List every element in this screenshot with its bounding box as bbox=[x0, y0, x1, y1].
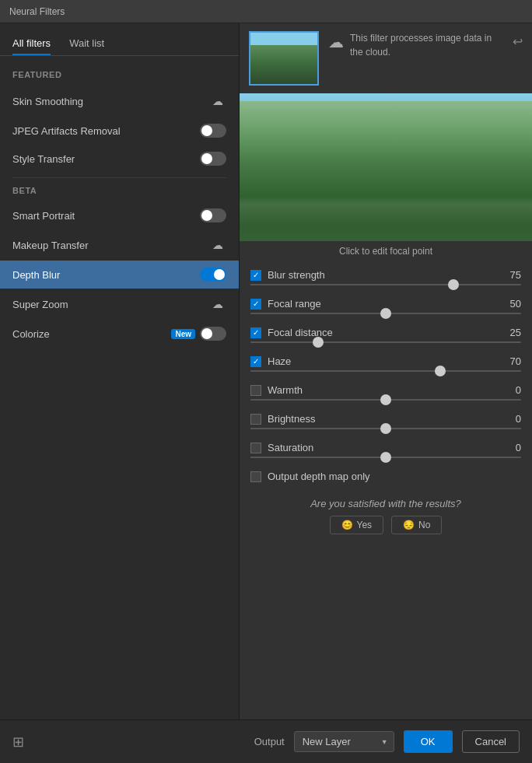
badge-new-colorize: New bbox=[171, 329, 195, 339]
filter-item-jpeg-artifacts[interactable]: JPEG Artifacts Removal bbox=[0, 117, 239, 145]
section-beta-label: BETA bbox=[0, 183, 239, 201]
tabs-bar: All filters Wait list bbox=[0, 23, 239, 56]
tab-wait-list[interactable]: Wait list bbox=[69, 31, 104, 55]
filter-item-depth-blur[interactable]: Depth Blur bbox=[0, 261, 239, 289]
filter-name-style-transfer: Style Transfer bbox=[12, 153, 200, 165]
title-text: Neural Filters bbox=[9, 6, 65, 17]
cloud-upload-icon: ☁ bbox=[209, 93, 226, 110]
checkbox-focal-distance[interactable] bbox=[250, 327, 261, 338]
section-featured-label: FEATURED bbox=[0, 67, 239, 86]
section-divider bbox=[12, 177, 226, 178]
filter-name-smart-portrait: Smart Portrait bbox=[12, 210, 200, 222]
slider-blur-strength[interactable] bbox=[250, 284, 521, 285]
toggle-depth-blur[interactable] bbox=[200, 268, 226, 282]
cancel-button[interactable]: Cancel bbox=[462, 730, 520, 753]
feedback-text: Are you satisfied with the results? bbox=[240, 498, 532, 509]
control-brightness: Brightness 0 bbox=[240, 408, 532, 437]
control-warmth: Warmth 0 bbox=[240, 380, 532, 408]
slider-fill-haze bbox=[250, 370, 440, 372]
filter-item-smart-portrait[interactable]: Smart Portrait bbox=[0, 201, 239, 229]
cloud-upload-icon-2: ☁ bbox=[209, 236, 226, 254]
checkbox-haze[interactable] bbox=[250, 356, 261, 367]
thumbnail-image bbox=[249, 31, 319, 86]
toggle-style-transfer[interactable] bbox=[200, 152, 226, 166]
slider-thumb-focal-range[interactable] bbox=[380, 308, 391, 319]
panel-toggle-icon[interactable]: ⊞ bbox=[12, 733, 24, 751]
toggle-smart-portrait[interactable] bbox=[200, 208, 226, 222]
value-blur-strength: 75 bbox=[498, 269, 521, 281]
left-panel: All filters Wait list FEATURED Skin Smoo… bbox=[0, 23, 240, 719]
checkbox-blur-strength[interactable] bbox=[250, 270, 261, 281]
slider-thumb-haze[interactable] bbox=[435, 366, 446, 376]
bottom-bar: ⊞ Output New Layer Current Layer New Doc… bbox=[0, 719, 532, 763]
value-saturation: 0 bbox=[498, 442, 521, 453]
filter-name-jpeg-artifacts: JPEG Artifacts Removal bbox=[12, 125, 200, 137]
slider-haze[interactable] bbox=[250, 370, 521, 372]
cloud-icon: ☁ bbox=[328, 33, 344, 51]
checkbox-saturation[interactable] bbox=[250, 443, 261, 453]
back-icon[interactable]: ↩ bbox=[513, 34, 523, 49]
tab-all-filters[interactable]: All filters bbox=[12, 31, 51, 55]
slider-fill-brightness bbox=[250, 428, 386, 429]
control-haze: Haze 70 bbox=[240, 351, 532, 380]
slider-warmth[interactable] bbox=[250, 399, 521, 401]
checkbox-warmth[interactable] bbox=[250, 385, 261, 396]
slider-brightness[interactable] bbox=[250, 428, 521, 429]
slider-thumb-warmth[interactable] bbox=[380, 394, 391, 405]
toggle-jpeg-artifacts[interactable] bbox=[200, 124, 226, 138]
slider-saturation[interactable] bbox=[250, 457, 521, 458]
label-output-depth-map: Output depth map only bbox=[268, 471, 521, 482]
label-haze: Haze bbox=[268, 355, 498, 367]
slider-thumb-blur[interactable] bbox=[448, 279, 459, 290]
label-blur-strength: Blur strength bbox=[268, 269, 498, 281]
output-select[interactable]: New Layer Current Layer New Document bbox=[294, 731, 394, 752]
yes-button[interactable]: 😊 Yes bbox=[330, 516, 384, 534]
value-focal-range: 50 bbox=[498, 298, 521, 310]
slider-fill-focal-range bbox=[250, 313, 386, 314]
slider-fill-focal-dist bbox=[250, 341, 318, 343]
filter-name-skin-smoothing: Skin Smoothing bbox=[12, 96, 209, 107]
filter-item-style-transfer[interactable]: Style Transfer bbox=[0, 145, 239, 173]
right-panel: ▼ ☁ This filter processes image data in … bbox=[240, 23, 532, 719]
value-brightness: 0 bbox=[498, 413, 521, 425]
cloud-upload-icon-3: ☁ bbox=[209, 296, 226, 313]
focal-point-text[interactable]: Click to edit focal point bbox=[240, 241, 532, 261]
filter-name-makeup-transfer: Makeup Transfer bbox=[12, 240, 209, 251]
checkbox-brightness[interactable] bbox=[250, 414, 261, 425]
slider-thumb-saturation[interactable] bbox=[380, 452, 391, 463]
slider-thumb-brightness[interactable] bbox=[380, 423, 391, 434]
filter-item-skin-smoothing[interactable]: Skin Smoothing ☁ bbox=[0, 86, 239, 117]
control-output-depth-map: Output depth map only bbox=[240, 466, 532, 490]
filter-item-colorize[interactable]: Colorize New bbox=[0, 320, 239, 348]
filter-item-makeup-transfer[interactable]: Makeup Transfer ☁ bbox=[0, 229, 239, 261]
feedback-buttons: 😊 Yes 😔 No bbox=[240, 516, 532, 534]
controls-area: Blur strength 75 Focal range 50 bbox=[240, 261, 532, 719]
sad-icon: 😔 bbox=[403, 520, 415, 530]
main-layout: All filters Wait list FEATURED Skin Smoo… bbox=[0, 23, 532, 719]
value-warmth: 0 bbox=[498, 384, 521, 396]
control-focal-distance: Focal distance 25 bbox=[240, 322, 532, 351]
no-button[interactable]: 😔 No bbox=[391, 516, 442, 534]
value-focal-distance: 25 bbox=[498, 327, 521, 338]
slider-focal-range[interactable] bbox=[250, 313, 521, 314]
cloud-info: ☁ This filter processes image data in th… bbox=[328, 31, 523, 59]
slider-focal-distance[interactable] bbox=[250, 341, 521, 343]
thumbnail-wrap bbox=[249, 31, 319, 86]
filter-list: FEATURED Skin Smoothing ☁ JPEG Artifacts… bbox=[0, 56, 239, 719]
slider-fill-blur bbox=[250, 284, 453, 285]
output-label: Output bbox=[254, 736, 285, 747]
filter-name-super-zoom: Super Zoom bbox=[12, 299, 209, 310]
checkbox-output-depth-map[interactable] bbox=[250, 471, 261, 482]
ok-button[interactable]: OK bbox=[404, 730, 453, 753]
value-haze: 70 bbox=[498, 355, 521, 367]
slider-thumb-focal-dist[interactable] bbox=[313, 337, 324, 348]
label-focal-distance: Focal distance bbox=[268, 327, 498, 338]
control-blur-strength: Blur strength 75 bbox=[240, 264, 532, 293]
toggle-colorize[interactable] bbox=[200, 327, 226, 341]
filter-item-super-zoom[interactable]: Super Zoom ☁ bbox=[0, 289, 239, 320]
preview-image[interactable] bbox=[240, 93, 532, 241]
checkbox-focal-range[interactable] bbox=[250, 299, 261, 310]
title-bar: Neural Filters bbox=[0, 0, 532, 23]
yes-label: Yes bbox=[357, 520, 373, 530]
slider-fill-saturation bbox=[250, 457, 386, 458]
